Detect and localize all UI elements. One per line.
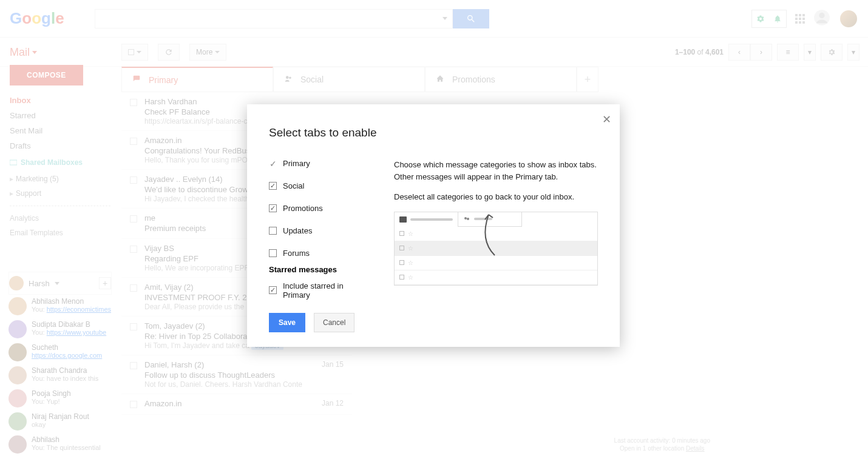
select-tabs-dialog: ✕ Select tabs to enable PrimarySocialPro… bbox=[247, 104, 620, 347]
svg-point-7 bbox=[467, 218, 469, 220]
cancel-button[interactable]: Cancel bbox=[314, 313, 354, 332]
svg-rect-5 bbox=[399, 216, 407, 223]
inbox-icon bbox=[399, 216, 407, 223]
category-social[interactable]: Social bbox=[269, 181, 372, 190]
category-forums[interactable]: Forums bbox=[269, 249, 372, 258]
include-starred-checkbox[interactable]: Include starred in Primary bbox=[269, 281, 372, 300]
tabs-preview: ☆ ☆ ☆ ☆ bbox=[394, 212, 598, 286]
close-button[interactable]: ✕ bbox=[602, 113, 611, 126]
category-updates[interactable]: Updates bbox=[269, 226, 372, 235]
category-promotions[interactable]: Promotions bbox=[269, 204, 372, 213]
dialog-description: Choose which message categories to show … bbox=[394, 159, 598, 286]
svg-point-6 bbox=[464, 217, 467, 220]
category-primary: Primary bbox=[269, 159, 372, 168]
save-button[interactable]: Save bbox=[269, 313, 305, 332]
people-icon bbox=[463, 216, 470, 222]
dialog-title: Select tabs to enable bbox=[269, 126, 598, 139]
